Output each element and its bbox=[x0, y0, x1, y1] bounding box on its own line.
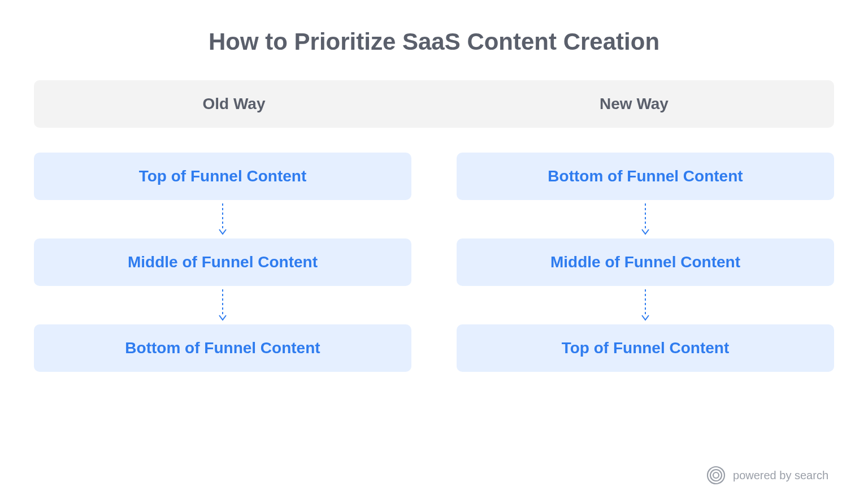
page-title: How to Prioritize SaaS Content Creation bbox=[34, 28, 834, 55]
column-header-old: Old Way bbox=[34, 95, 434, 113]
svg-point-5 bbox=[710, 470, 722, 481]
arrow-down-icon bbox=[641, 286, 650, 324]
old-step-3: Bottom of Funnel Content bbox=[34, 324, 411, 372]
column-header-new: New Way bbox=[434, 95, 834, 113]
arrow-down-icon bbox=[218, 286, 227, 324]
footer-brand: powered by search bbox=[733, 469, 828, 482]
old-step-2: Middle of Funnel Content bbox=[34, 238, 411, 286]
columns-header: Old Way New Way bbox=[34, 80, 834, 128]
arrow-down-icon bbox=[218, 200, 227, 238]
column-old: Top of Funnel Content Middle of Funnel C… bbox=[34, 153, 411, 372]
arrow-down-icon bbox=[641, 200, 650, 238]
old-step-1: Top of Funnel Content bbox=[34, 153, 411, 200]
new-step-1: Bottom of Funnel Content bbox=[457, 153, 834, 200]
spiral-logo-icon bbox=[706, 465, 726, 485]
new-step-3: Top of Funnel Content bbox=[457, 324, 834, 372]
column-new: Bottom of Funnel Content Middle of Funne… bbox=[457, 153, 834, 372]
columns: Top of Funnel Content Middle of Funnel C… bbox=[34, 153, 834, 372]
footer: powered by search bbox=[34, 465, 834, 488]
new-step-2: Middle of Funnel Content bbox=[457, 238, 834, 286]
svg-point-6 bbox=[713, 472, 719, 478]
